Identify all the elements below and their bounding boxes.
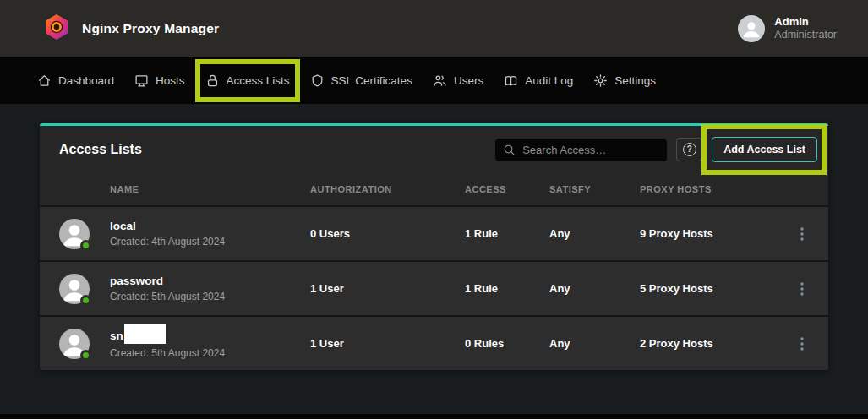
access-value: 1 Rule bbox=[465, 282, 549, 295]
brand[interactable]: Nginx Proxy Manager bbox=[42, 13, 219, 45]
kebab-icon bbox=[800, 227, 804, 241]
authorization-value: 0 Users bbox=[310, 227, 465, 240]
row-actions-menu[interactable] bbox=[795, 224, 809, 244]
access-list-name: local bbox=[110, 220, 136, 232]
nav-item-access-lists[interactable]: Access Lists bbox=[205, 73, 290, 88]
authorization-value: 1 User bbox=[310, 337, 465, 350]
nav-item-dashboard[interactable]: Dashboard bbox=[37, 73, 114, 88]
authorization-value: 1 User bbox=[310, 282, 465, 295]
access-value: 1 Rule bbox=[465, 227, 549, 240]
search-icon bbox=[503, 144, 516, 156]
access-list-name: sn bbox=[110, 329, 123, 342]
row-actions-menu[interactable] bbox=[795, 279, 809, 299]
shield-icon bbox=[310, 73, 325, 88]
row-avatar bbox=[59, 219, 90, 249]
content: Access Lists ? Add Access List Name Auth… bbox=[0, 104, 868, 370]
column-header-proxy-hosts: Proxy Hosts bbox=[640, 184, 792, 194]
kebab-icon bbox=[800, 337, 804, 351]
row-avatar bbox=[59, 274, 90, 304]
created-date: Created: 5th August 2024 bbox=[110, 347, 310, 359]
table-row[interactable]: sn Created: 5th August 2024 1 User 0 Rul… bbox=[40, 315, 828, 370]
help-button[interactable]: ? bbox=[676, 138, 702, 161]
access-list-name: password bbox=[110, 275, 163, 287]
created-date: Created: 5th August 2024 bbox=[110, 291, 310, 302]
page: { "header": { "app_title": "Nginx Proxy … bbox=[0, 0, 868, 419]
nav-item-users[interactable]: Users bbox=[433, 73, 483, 88]
user-menu[interactable]: Admin Administrator bbox=[738, 15, 837, 42]
app-logo-icon bbox=[42, 13, 71, 45]
add-access-list-button[interactable]: Add Access List bbox=[712, 137, 817, 162]
panel-title: Access Lists bbox=[59, 142, 142, 157]
nav-item-settings[interactable]: Settings bbox=[593, 73, 656, 88]
row-actions-menu[interactable] bbox=[795, 334, 809, 354]
table-row[interactable]: password Created: 5th August 2024 1 User… bbox=[40, 260, 828, 315]
created-date: Created: 4th August 2024 bbox=[110, 236, 310, 248]
nav-item-audit-log[interactable]: Audit Log bbox=[504, 73, 573, 88]
redaction-box bbox=[124, 324, 166, 344]
help-icon: ? bbox=[683, 143, 696, 156]
proxy-hosts-value: 2 Proxy Hosts bbox=[640, 337, 792, 350]
lock-icon bbox=[205, 73, 220, 88]
gear-icon bbox=[593, 73, 608, 88]
proxy-hosts-value: 9 Proxy Hosts bbox=[640, 227, 792, 240]
column-header-authorization: Authorization bbox=[310, 184, 465, 194]
proxy-hosts-value: 5 Proxy Hosts bbox=[640, 282, 792, 295]
nav-item-hosts[interactable]: Hosts bbox=[134, 73, 185, 88]
monitor-icon bbox=[134, 73, 149, 88]
satisfy-value: Any bbox=[549, 337, 640, 350]
satisfy-value: Any bbox=[549, 282, 640, 295]
column-header-access: Access bbox=[465, 184, 549, 194]
search-box bbox=[495, 139, 667, 161]
access-value: 0 Rules bbox=[465, 337, 549, 350]
user-role: Administrator bbox=[774, 29, 837, 42]
status-dot bbox=[80, 350, 91, 361]
user-name: Admin bbox=[774, 15, 837, 29]
status-dot bbox=[80, 295, 91, 306]
home-icon bbox=[37, 73, 52, 88]
nav-item-ssl-certificates[interactable]: SSL Certificates bbox=[310, 73, 412, 88]
user-avatar bbox=[738, 15, 765, 42]
main-nav: Dashboard Hosts Access Lists SSL Certifi… bbox=[0, 57, 868, 104]
row-avatar bbox=[59, 329, 90, 359]
app-header: Nginx Proxy Manager Admin Administrator bbox=[0, 0, 868, 57]
panel-header: Access Lists ? Add Access List bbox=[40, 126, 828, 173]
search-input[interactable] bbox=[495, 139, 667, 161]
access-lists-panel: Access Lists ? Add Access List Name Auth… bbox=[40, 123, 828, 370]
column-header-satisfy: Satisfy bbox=[549, 184, 640, 194]
users-icon bbox=[433, 73, 447, 88]
app-title: Nginx Proxy Manager bbox=[82, 21, 219, 36]
kebab-icon bbox=[800, 282, 804, 296]
book-icon bbox=[504, 73, 518, 88]
column-header-name: Name bbox=[110, 184, 310, 194]
table-header: Name Authorization Access Satisfy Proxy … bbox=[40, 173, 828, 205]
panel-tools: ? Add Access List bbox=[495, 137, 817, 162]
status-dot bbox=[80, 240, 91, 251]
table-row[interactable]: local Created: 4th August 2024 0 Users 1… bbox=[40, 205, 828, 260]
bottom-strip bbox=[0, 414, 868, 419]
satisfy-value: Any bbox=[549, 227, 640, 240]
